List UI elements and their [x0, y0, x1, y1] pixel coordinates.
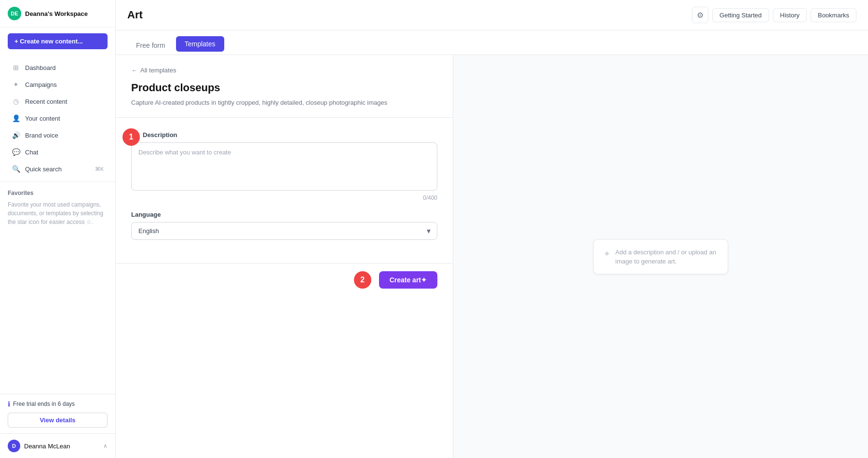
language-group: Language English French Spanish German I… — [131, 211, 437, 240]
workspace-name: Deanna's Workspace — [25, 10, 88, 17]
create-new-button[interactable]: + Create new content... — [8, 33, 108, 49]
right-panel: ✦ Add a description and / or upload an i… — [453, 55, 868, 458]
brand-voice-icon: 🔊 — [12, 131, 20, 139]
history-button[interactable]: History — [773, 8, 807, 22]
workspace-header: DE Deanna's Workspace — [0, 0, 115, 28]
favorites-description: Favorite your most used campaigns, docum… — [8, 200, 108, 226]
sidebar-item-campaigns[interactable]: ✦ Campaigns — [4, 76, 111, 93]
back-arrow-icon: ← — [131, 67, 137, 74]
language-label: Language — [131, 211, 437, 218]
char-count: 0/400 — [131, 194, 437, 201]
tab-free-form[interactable]: Free form — [127, 38, 174, 53]
sidebar-label-recent: Recent content — [25, 98, 67, 105]
campaigns-icon: ✦ — [12, 80, 20, 89]
sidebar-label-dashboard: Dashboard — [25, 64, 56, 71]
search-icon: 🔍 — [12, 165, 20, 173]
dashboard-icon: ⊞ — [12, 63, 20, 72]
sidebar-label-your-content: Your content — [25, 115, 60, 122]
sidebar: DE Deanna's Workspace + Create new conte… — [0, 0, 116, 458]
description-label: Description — [143, 131, 437, 139]
view-details-button[interactable]: View details — [8, 413, 108, 428]
create-art-button[interactable]: Create art✦ — [379, 271, 437, 289]
recent-icon: ◷ — [12, 97, 20, 106]
tab-templates[interactable]: Templates — [176, 36, 224, 52]
art-hint-icon: ✦ — [603, 248, 610, 259]
template-description: Capture AI-created products in tightly c… — [131, 98, 437, 108]
description-textarea[interactable] — [131, 142, 437, 191]
page-title: Art — [127, 9, 143, 21]
sidebar-item-recent-content[interactable]: ◷ Recent content — [4, 93, 111, 110]
workspace-avatar: DE — [8, 7, 21, 20]
sidebar-label-campaigns: Campaigns — [25, 81, 57, 88]
bookmarks-button[interactable]: Bookmarks — [811, 8, 856, 22]
sidebar-label-chat: Chat — [25, 149, 38, 156]
sidebar-item-your-content[interactable]: 👤 Your content — [4, 110, 111, 126]
sidebar-item-brand-voice[interactable]: 🔊 Brand voice — [4, 127, 111, 143]
art-hint-text: Add a description and / or upload an ima… — [615, 247, 718, 266]
tabs-row: Free form Templates — [116, 30, 868, 55]
template-header: ← All templates Product closeups Capture… — [116, 55, 453, 118]
template-title: Product closeups — [131, 82, 437, 94]
sidebar-label-quick-search: Quick search — [25, 166, 62, 173]
chat-icon: 💬 — [12, 148, 20, 156]
sidebar-item-chat[interactable]: 💬 Chat — [4, 144, 111, 160]
topbar-actions: ⚙ Getting Started History Bookmarks — [692, 7, 856, 23]
back-link-label: All templates — [140, 67, 176, 74]
sidebar-bottom: ℹ Free trial ends in 6 days View details — [0, 394, 115, 433]
gear-icon: ⚙ — [697, 11, 704, 20]
trial-text: Free trial ends in 6 days — [13, 401, 75, 407]
user-footer[interactable]: D Deanna McLean ∧ — [0, 433, 115, 458]
back-to-templates[interactable]: ← All templates — [131, 67, 437, 74]
art-hint-box: ✦ Add a description and / or upload an i… — [593, 239, 728, 274]
trial-notice: ℹ Free trial ends in 6 days — [8, 400, 108, 408]
trial-icon: ℹ — [8, 400, 10, 408]
topbar: Art ⚙ Getting Started History Bookmarks — [116, 0, 868, 30]
description-group: 1 Description 0/400 — [131, 131, 437, 201]
left-panel: ← All templates Product closeups Capture… — [116, 55, 453, 458]
favorites-section: Favorites Favorite your most used campai… — [0, 181, 115, 230]
bottom-bar: 2 Create art✦ — [116, 263, 453, 296]
user-name: Deanna McLean — [24, 443, 99, 450]
language-select-wrapper: English French Spanish German Italian — [131, 222, 437, 240]
step-1-badge: 1 — [122, 128, 140, 146]
step-2-badge: 2 — [354, 271, 371, 289]
user-avatar: D — [8, 440, 20, 452]
sidebar-item-quick-search[interactable]: 🔍 Quick search ⌘K — [4, 161, 111, 177]
main-content: Art ⚙ Getting Started History Bookmarks … — [116, 0, 868, 458]
chevron-up-icon: ∧ — [103, 443, 108, 449]
form-section: 1 Description 0/400 Language English Fre… — [116, 118, 453, 263]
content-area: ← All templates Product closeups Capture… — [116, 55, 868, 458]
favorites-title: Favorites — [8, 190, 108, 196]
sidebar-label-brand-voice: Brand voice — [25, 132, 58, 139]
getting-started-button[interactable]: Getting Started — [712, 8, 769, 22]
quick-search-shortcut: ⌘K — [95, 166, 104, 172]
language-select[interactable]: English French Spanish German Italian — [131, 222, 437, 240]
your-content-icon: 👤 — [12, 114, 20, 123]
sidebar-item-dashboard[interactable]: ⊞ Dashboard — [4, 59, 111, 76]
settings-icon-button[interactable]: ⚙ — [692, 7, 708, 23]
nav-section: ⊞ Dashboard ✦ Campaigns ◷ Recent content… — [0, 59, 115, 178]
